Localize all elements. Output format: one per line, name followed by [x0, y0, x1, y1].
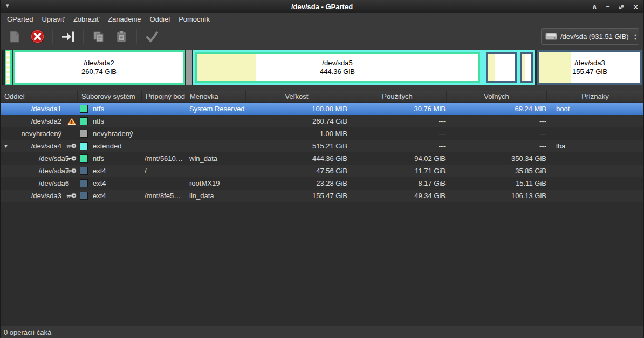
- table-row-devsda4[interactable]: ▼ /dev/sda4 extended 515.21 GiB --- --- …: [1, 140, 643, 152]
- table-row-nevyhraden[interactable]: ▼ nevyhradený nevyhradený 1.00 MiB --- -…: [1, 127, 643, 140]
- header-used[interactable]: Použitých: [348, 91, 447, 103]
- mount-point-text: /: [145, 165, 188, 177]
- sda1-used-fill: [6, 51, 10, 84]
- partition-name: /dev/sda6: [1, 177, 69, 190]
- visual-unallocated[interactable]: [186, 50, 192, 85]
- free-text: 35.85 GiB: [448, 165, 546, 177]
- row-status-icon: [65, 152, 78, 165]
- header-flags[interactable]: Príznaky: [547, 91, 643, 103]
- fs-color-swatch: [80, 105, 88, 113]
- filesystem-text: ext4: [93, 190, 106, 202]
- device-spinner[interactable]: ▴▾: [631, 31, 636, 43]
- table-row-devsda7[interactable]: ▼ /dev/sda7 ext4 / 47.56 GiB 11.71 GiB 3…: [1, 165, 643, 177]
- disk-visual-area: /dev/sda2260.74 GiB /dev/sda5444.36 GiB: [1, 48, 643, 88]
- size-text: 100.00 MiB: [246, 103, 347, 115]
- used-text: 8.17 GiB: [351, 177, 446, 190]
- menu-gparted[interactable]: GParted: [3, 13, 37, 25]
- close-button[interactable]: ×: [633, 0, 638, 13]
- resize-move-button[interactable]: [58, 28, 78, 46]
- partition-name: /dev/sda5: [1, 152, 69, 165]
- shade-button[interactable]: ∧: [592, 0, 597, 13]
- mount-point-text: /mnt/5610…: [145, 152, 188, 165]
- maximize-icon: [618, 4, 625, 10]
- used-text: 30.76 MiB: [351, 103, 446, 115]
- free-text: 69.24 MiB: [448, 103, 546, 115]
- row-status-icon: [65, 177, 78, 190]
- table-row-devsda6[interactable]: ▼ /dev/sda6 ext4 rootMX19 23.28 GiB 8.17…: [1, 177, 643, 190]
- partition-name: /dev/sda2: [1, 115, 61, 127]
- sda6-used-fill: [522, 54, 525, 81]
- header-filesystem[interactable]: Súborový systém: [78, 91, 142, 103]
- paste-button[interactable]: [112, 28, 131, 46]
- size-text: 155.47 GiB: [246, 190, 347, 202]
- flags-text: lba: [556, 140, 565, 152]
- table-row-devsda3[interactable]: ▼ /dev/sda3 ext4 /mnt/8fe5… lin_data 155…: [1, 190, 643, 202]
- size-text: 47.56 GiB: [246, 165, 347, 177]
- pending-operations-text: 0 operácií čaká: [4, 328, 51, 336]
- menu-view[interactable]: Zobraziť: [69, 13, 104, 25]
- row-status-icon: [65, 190, 78, 202]
- header-mountpoint[interactable]: Prípojný bod: [142, 91, 186, 103]
- header-size[interactable]: Veľkosť: [246, 91, 348, 103]
- menu-help[interactable]: Pomocník: [174, 13, 214, 25]
- window-menu-icon[interactable]: ▾: [6, 2, 9, 9]
- partition-table: ▼ /dev/sda1 ntfs System Reserved 100.00 …: [1, 103, 643, 326]
- key-icon: [66, 168, 77, 174]
- apply-button[interactable]: [142, 28, 162, 46]
- free-text: ---: [448, 140, 546, 152]
- visual-sda2[interactable]: /dev/sda2260.74 GiB: [13, 50, 185, 85]
- visual-sda4-extended[interactable]: /dev/sda5444.36 GiB: [193, 50, 535, 85]
- minimize-button[interactable]: −: [606, 0, 609, 13]
- table-row-devsda5[interactable]: ▼ /dev/sda5 ntfs /mnt/5610… win_data 444…: [1, 152, 643, 165]
- partition-name: /dev/sda4: [1, 140, 61, 152]
- partition-label-text: win_data: [189, 152, 217, 165]
- delete-partition-button[interactable]: [28, 28, 47, 46]
- free-text: 350.34 GiB: [448, 152, 546, 165]
- menu-device[interactable]: Zariadenie: [104, 13, 145, 25]
- fs-color-swatch: [80, 179, 88, 187]
- header-free[interactable]: Voľných: [447, 91, 547, 103]
- copy-button[interactable]: [89, 28, 108, 46]
- partition-name: /dev/sda7: [1, 165, 69, 177]
- fs-color-swatch: [80, 167, 88, 175]
- window-controls: ∧ − ×: [592, 0, 638, 13]
- header-partition[interactable]: Oddiel: [1, 91, 78, 103]
- device-selector[interactable]: /dev/sda (931.51 GiB) ▴▾: [541, 28, 639, 45]
- partition-label-text: System Reserved: [189, 103, 245, 115]
- visual-sda6[interactable]: [520, 52, 533, 83]
- apply-icon: [145, 30, 159, 43]
- visual-sda3[interactable]: /dev/sda3155.47 GiB: [537, 50, 642, 85]
- maximize-button[interactable]: [618, 4, 625, 10]
- header-label[interactable]: Menovka: [186, 91, 246, 103]
- sda7-used-fill: [488, 54, 495, 81]
- used-text: 11.71 GiB: [351, 165, 446, 177]
- hard-disk-icon: [545, 32, 557, 40]
- filesystem-text: ext4: [93, 165, 106, 177]
- flags-text: boot: [556, 103, 570, 115]
- visual-sda7[interactable]: [486, 52, 517, 83]
- partition-visual-bar: /dev/sda2260.74 GiB /dev/sda5444.36 GiB: [2, 50, 642, 85]
- row-status-icon: [65, 127, 78, 140]
- new-partition-button[interactable]: [5, 28, 24, 46]
- free-text: 15.11 GiB: [448, 177, 546, 190]
- used-text: ---: [351, 140, 446, 152]
- filesystem-text: ntfs: [93, 103, 104, 115]
- visual-sda3-label: /dev/sda3155.47 GiB: [539, 59, 640, 76]
- fs-color-swatch: [80, 192, 88, 200]
- menu-partition[interactable]: Oddiel: [146, 13, 175, 25]
- device-label: /dev/sda (931.51 GiB): [560, 32, 628, 40]
- visual-sda1[interactable]: [5, 50, 12, 85]
- new-partition-icon: [9, 30, 20, 43]
- used-text: 49.34 GiB: [351, 190, 446, 202]
- table-row-devsda1[interactable]: ▼ /dev/sda1 ntfs System Reserved 100.00 …: [1, 103, 643, 115]
- table-row-devsda2[interactable]: ▼ /dev/sda2 ntfs 260.74 GiB --- ---: [1, 115, 643, 127]
- spin-down-icon: ▾: [634, 37, 636, 40]
- paste-icon: [115, 30, 128, 43]
- key-icon: [66, 143, 77, 149]
- visual-sda5[interactable]: /dev/sda5444.36 GiB: [195, 52, 480, 83]
- toolbar-separator: [52, 29, 53, 44]
- menu-edit[interactable]: Upraviť: [37, 13, 68, 25]
- size-text: 444.36 GiB: [246, 152, 347, 165]
- partition-label-text: lin_data: [189, 190, 214, 202]
- key-icon: [66, 193, 77, 199]
